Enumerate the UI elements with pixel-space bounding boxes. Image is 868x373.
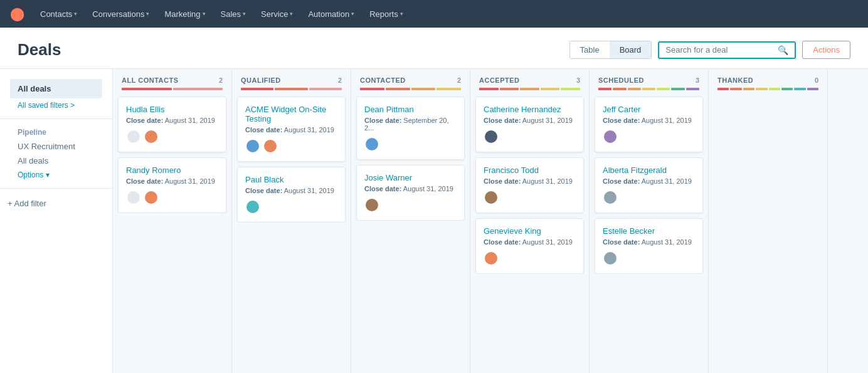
nav-contacts-chevron: ▾ [74,11,77,17]
deal-card[interactable]: Catherine HernandezClose date: August 31… [475,97,584,152]
deal-avatars [126,129,218,144]
deal-card[interactable]: Jeff CarterClose date: August 31, 2019 [595,97,703,152]
content-area: All deals All saved filters > Pipeline U… [0,69,868,373]
column-all_contacts: ALL CONTACTS2Hudla EllisClose date: Augu… [113,69,232,373]
deal-name[interactable]: Josie Warner [364,173,457,182]
avatar [144,190,159,205]
column-header-qualified: QUALIFIED2 [232,69,351,97]
deal-card[interactable]: Randy RomeroClose date: August 31, 2019 [118,157,226,213]
column-cards-accepted: Catherine HernandezClose date: August 31… [470,97,589,274]
avatar [484,190,499,205]
deal-close-date: Close date: August 31, 2019 [484,238,576,246]
deal-card[interactable]: Paul BlackClose date: August 31, 2019 [237,167,346,223]
deal-card[interactable]: Francisco ToddClose date: August 31, 201… [475,157,584,213]
sidebar-saved-filters[interactable]: All saved filters > [10,98,102,112]
deal-name[interactable]: Hudla Ellis [126,105,218,114]
column-cards-scheduled: Jeff CarterClose date: August 31, 2019Al… [590,97,708,274]
deal-name[interactable]: Dean Pittman [364,105,457,114]
column-accepted: ACCEPTED3Catherine HernandezClose date: … [470,69,590,373]
column-count-qualified: 2 [338,76,342,84]
deal-card[interactable]: Dean PittmanClose date: September 20, 2.… [356,97,465,160]
deal-close-date: Close date: August 31, 2019 [484,177,576,185]
deal-close-date: Close date: August 31, 2019 [364,185,457,192]
board-view-button[interactable]: Board [610,41,652,58]
sidebar-options[interactable]: Options ▾ [10,168,102,182]
column-header-thanked: THANKED0 [709,69,827,97]
search-icon: 🔍 [778,45,788,55]
deal-card[interactable]: Genevieve KingClose date: August 31, 201… [475,218,584,274]
deal-name[interactable]: Paul Black [245,175,337,184]
deal-close-date: Close date: August 31, 2019 [126,177,218,185]
column-qualified: QUALIFIED2ACME Widget On-Site TestingClo… [232,69,351,373]
nav-reports[interactable]: Reports ▾ [363,6,410,23]
deal-card[interactable]: ACME Widget On-Site TestingClose date: A… [237,97,346,162]
nav-service-label: Service [261,9,288,19]
table-view-button[interactable]: Table [570,41,610,58]
deal-name[interactable]: Catherine Hernandez [484,105,576,114]
deal-card[interactable]: Hudla EllisClose date: August 31, 2019 [118,97,226,152]
column-count-thanked: 0 [815,76,818,84]
deal-avatars [245,199,337,214]
deal-avatars [364,137,457,152]
deal-avatars [603,190,695,205]
sidebar-divider-1 [0,118,112,119]
nav-sales-label: Sales [221,9,241,19]
nav-reports-label: Reports [369,9,398,19]
deal-name[interactable]: Randy Romero [126,165,218,175]
deal-name[interactable]: Alberta Fitzgerald [603,165,695,175]
deal-name[interactable]: ACME Widget On-Site Testing [245,105,337,123]
add-filter-button[interactable]: + Add filter [0,195,112,212]
nav-automation-label: Automation [308,9,349,19]
nav-automation[interactable]: Automation ▾ [302,6,361,23]
deal-close-date: Close date: August 31, 2019 [603,177,695,185]
column-header-scheduled: SCHEDULED3 [590,69,708,97]
deal-avatars [484,190,576,205]
avatar [603,190,618,205]
actions-button[interactable]: Actions [802,41,850,59]
deal-card[interactable]: Estelle BeckerClose date: August 31, 201… [595,218,703,274]
sidebar-pipeline-name[interactable]: UX Recruitment [10,139,102,154]
avatar [144,129,159,144]
search-box[interactable]: 🔍 [658,41,796,59]
deal-name[interactable]: Francisco Todd [484,165,576,175]
nav-conversations[interactable]: Conversations ▾ [86,6,156,23]
column-title-all_contacts: ALL CONTACTS [122,76,179,84]
column-header-all_contacts: ALL CONTACTS2 [113,69,231,97]
sidebar-pipeline-label: Pipeline [10,125,102,139]
column-title-contacted: CONTACTED [360,76,406,84]
nav-service-chevron: ▾ [290,11,293,17]
deal-name[interactable]: Jeff Carter [603,105,695,114]
deal-close-date: Close date: August 31, 2019 [245,187,337,194]
deal-avatars [364,197,457,213]
deal-close-date: Close date: August 31, 2019 [245,126,337,134]
column-scheduled: SCHEDULED3Jeff CarterClose date: August … [590,69,709,373]
hubspot-logo: ⬤ [10,6,24,21]
column-cards-all_contacts: Hudla EllisClose date: August 31, 2019Ra… [113,97,231,213]
nav-contacts[interactable]: Contacts ▾ [34,6,83,23]
nav-marketing[interactable]: Marketing ▾ [158,6,211,23]
deal-avatars [484,129,576,144]
deal-close-date: Close date: August 31, 2019 [484,117,576,124]
search-input[interactable] [665,45,778,55]
deal-card[interactable]: Alberta FitzgeraldClose date: August 31,… [595,157,703,213]
deal-close-date: Close date: August 31, 2019 [603,238,695,246]
nav-service[interactable]: Service ▾ [255,6,299,23]
deal-close-date: Close date: August 31, 2019 [603,117,695,124]
avatar [603,129,618,144]
deal-avatars [245,139,337,154]
column-count-all_contacts: 2 [219,76,223,84]
nav-sales[interactable]: Sales ▾ [214,6,253,23]
deal-name[interactable]: Estelle Becker [603,226,695,236]
deal-card[interactable]: Josie WarnerClose date: August 31, 2019 [356,165,465,221]
column-count-scheduled: 3 [696,76,699,84]
avatar [126,190,141,205]
column-header-contacted: CONTACTED2 [351,69,470,97]
deal-name[interactable]: Genevieve King [484,226,576,236]
avatar [126,129,141,144]
page-header: Deals Table Board 🔍 Actions [0,28,868,69]
sidebar-item-all-deals[interactable]: All deals [10,79,102,98]
column-title-thanked: THANKED [717,76,753,84]
deal-avatars [603,251,695,266]
nav-marketing-label: Marketing [164,9,200,19]
sidebar-pipeline-all-deals[interactable]: All deals [10,154,102,168]
